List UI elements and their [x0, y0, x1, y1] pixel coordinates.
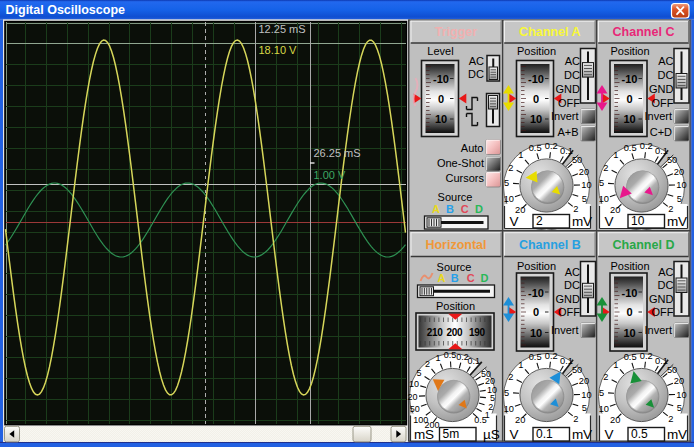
svg-text:0: 0 — [626, 306, 632, 318]
svg-text:One-Shot: One-Shot — [437, 157, 484, 169]
svg-text:1: 1 — [613, 150, 618, 160]
svg-text:-10: -10 — [528, 73, 544, 85]
svg-text:V: V — [509, 214, 518, 229]
svg-text:Channel B: Channel B — [519, 238, 581, 252]
svg-text:20: 20 — [579, 167, 589, 177]
svg-text:Invert: Invert — [551, 110, 579, 122]
svg-text:5m: 5m — [443, 427, 460, 441]
svg-text:Position: Position — [610, 260, 649, 272]
svg-text:OFF: OFF — [558, 97, 580, 109]
svg-text:10: 10 — [599, 194, 609, 204]
svg-text:-10: -10 — [433, 73, 449, 85]
svg-text:Position: Position — [517, 45, 556, 57]
svg-text:DC: DC — [564, 279, 580, 291]
svg-text:2: 2 — [668, 414, 673, 424]
svg-text:1.00 V: 1.00 V — [314, 169, 346, 181]
svg-text:Invert: Invert — [551, 324, 579, 336]
svg-text:1: 1 — [518, 360, 523, 370]
svg-text:5: 5 — [417, 368, 422, 378]
svg-text:10: 10 — [504, 404, 514, 414]
svg-text:2: 2 — [425, 359, 430, 369]
svg-text:C: C — [467, 272, 475, 284]
svg-text:Channel D: Channel D — [613, 238, 675, 252]
svg-text:A: A — [432, 203, 440, 215]
svg-text:Horizontal: Horizontal — [425, 238, 486, 252]
svg-text:µS: µS — [483, 427, 500, 442]
svg-text:20: 20 — [407, 392, 417, 402]
svg-text:V: V — [509, 427, 518, 442]
svg-text:V: V — [604, 214, 613, 229]
svg-text:190: 190 — [469, 327, 486, 338]
svg-text:2: 2 — [603, 163, 608, 173]
svg-text:0.2: 0.2 — [640, 351, 653, 361]
svg-text:Position: Position — [436, 300, 475, 312]
svg-text:50: 50 — [667, 155, 677, 165]
svg-text:10: 10 — [631, 214, 645, 228]
svg-text:0: 0 — [533, 93, 539, 105]
svg-text:Auto: Auto — [461, 142, 484, 154]
svg-text:C: C — [461, 203, 469, 215]
svg-text:D: D — [481, 272, 489, 284]
svg-text:0.5: 0.5 — [474, 415, 487, 425]
svg-text:20: 20 — [579, 376, 589, 386]
svg-text:0: 0 — [533, 306, 539, 318]
svg-text:2: 2 — [668, 204, 673, 214]
svg-text:20: 20 — [674, 376, 684, 386]
svg-text:50: 50 — [572, 155, 582, 165]
svg-text:5: 5 — [599, 178, 604, 188]
svg-text:mV: mV — [572, 214, 592, 229]
svg-text:5: 5 — [677, 403, 682, 413]
svg-text:1: 1 — [518, 150, 523, 160]
svg-text:OFF: OFF — [652, 306, 674, 318]
svg-text:B: B — [446, 203, 454, 215]
svg-text:DC: DC — [564, 69, 580, 81]
svg-text:D: D — [475, 203, 483, 215]
svg-text:Level: Level — [427, 45, 453, 57]
svg-text:10: 10 — [409, 379, 419, 389]
svg-text:5: 5 — [677, 194, 682, 204]
svg-text:Channel A: Channel A — [519, 25, 580, 39]
svg-text:-10: -10 — [622, 287, 638, 299]
svg-text:mV: mV — [572, 427, 592, 442]
svg-text:Digital Oscilloscope: Digital Oscilloscope — [6, 3, 126, 17]
svg-text:B: B — [451, 272, 459, 284]
svg-text:mV: mV — [667, 427, 687, 442]
svg-text:0.5: 0.5 — [631, 427, 648, 441]
svg-text:10: 10 — [599, 404, 609, 414]
svg-text:10: 10 — [530, 113, 542, 125]
svg-text:50: 50 — [667, 365, 677, 375]
svg-text:2: 2 — [508, 372, 513, 382]
svg-text:2: 2 — [508, 163, 513, 173]
svg-text:0.2: 0.2 — [545, 351, 558, 361]
svg-text:Source: Source — [438, 191, 473, 203]
svg-text:C+D: C+D — [650, 126, 672, 138]
svg-text:5: 5 — [504, 178, 509, 188]
svg-text:20: 20 — [610, 415, 620, 425]
svg-text:0.5: 0.5 — [529, 143, 542, 153]
svg-text:20: 20 — [674, 167, 684, 177]
svg-text:Position: Position — [610, 45, 649, 57]
svg-text:1: 1 — [436, 353, 441, 363]
svg-text:mS: mS — [414, 427, 434, 442]
svg-text:20: 20 — [515, 415, 525, 425]
svg-text:mV: mV — [667, 214, 687, 229]
svg-text:0.5: 0.5 — [624, 143, 637, 153]
svg-text:10: 10 — [504, 194, 514, 204]
svg-text:GND: GND — [649, 83, 674, 95]
svg-text:0: 0 — [626, 93, 632, 105]
svg-text:DC: DC — [658, 69, 674, 81]
svg-text:10: 10 — [581, 180, 591, 190]
svg-text:50: 50 — [572, 365, 582, 375]
svg-text:10: 10 — [435, 113, 447, 125]
svg-text:GND: GND — [649, 293, 674, 305]
svg-text:AC: AC — [565, 55, 580, 67]
svg-text:0.2: 0.2 — [545, 141, 558, 151]
svg-text:10: 10 — [623, 327, 635, 339]
svg-text:10: 10 — [530, 327, 542, 339]
svg-text:0: 0 — [438, 93, 444, 105]
svg-text:200: 200 — [446, 327, 463, 338]
svg-text:2: 2 — [603, 372, 608, 382]
svg-text:0.1: 0.1 — [536, 427, 553, 441]
svg-text:Channel C: Channel C — [613, 25, 675, 39]
svg-text:GND: GND — [556, 293, 581, 305]
